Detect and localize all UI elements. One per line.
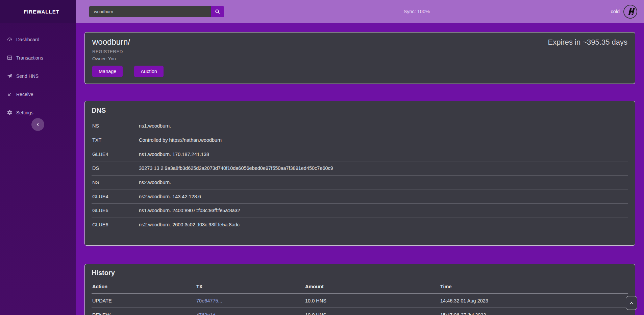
tx-link[interactable]: 70e64775... [196, 298, 222, 303]
gauge-icon [7, 37, 13, 42]
sidebar-item-label: Receive [16, 92, 33, 97]
dns-record-type: GLUE4 [92, 152, 139, 157]
table-icon [7, 55, 13, 61]
history-col-action: Action [92, 284, 196, 289]
dns-record-row: DS30273 13 2 9a3a8fb3d625d2a2073d740f10d… [92, 161, 628, 176]
chevron-up-icon [629, 301, 634, 306]
scroll-to-top-button[interactable] [626, 296, 637, 310]
history-row: UPDATE70e64775...10.0 HNS14:46:32 01 Aug… [92, 294, 628, 308]
dns-record-type: NS [92, 123, 139, 129]
dns-title: DNS [92, 107, 628, 114]
arrow-down-left-icon [7, 91, 13, 97]
main-content: woodburn/ REGISTERED Owner: You Manage A… [76, 23, 644, 315]
history-col-amount: Amount [305, 284, 440, 289]
history-tx: 70e64775... [196, 298, 305, 303]
dns-record-value: ns2.woodburn. 2600:3c02::f03c:93ff:fe5a:… [139, 222, 240, 227]
dns-record-value: Controlled by https://nathan.woodburn [139, 137, 222, 143]
manage-button[interactable]: Manage [92, 66, 123, 77]
tx-link[interactable]: 4763e1d... [196, 312, 220, 315]
history-card: History ActionTXAmountTime UPDATE70e6477… [84, 264, 635, 315]
name-actions: Manage Auction [92, 66, 627, 77]
dns-record-row: NSns2.woodburn. [92, 176, 628, 190]
sidebar-item-dashboard[interactable]: Dashboard [0, 32, 76, 47]
dns-record-type: GLUE4 [92, 194, 139, 199]
history-col-time: Time [440, 284, 628, 289]
dns-record-type: GLUE6 [92, 222, 139, 227]
wallet-account[interactable]: cold [611, 5, 637, 19]
name-card: woodburn/ REGISTERED Owner: You Manage A… [84, 32, 635, 84]
dns-record-row: GLUE4ns1.woodburn. 170.187.241.138 [92, 147, 628, 161]
domain-name-title: woodburn/ [92, 37, 627, 47]
history-col-tx: TX [196, 284, 305, 289]
expiry-label: Expires in ~395.35 days [548, 38, 627, 47]
history-tx: 4763e1d... [196, 312, 305, 315]
search-group [89, 6, 224, 17]
registration-status: REGISTERED [92, 49, 627, 54]
dns-record-type: DS [92, 165, 139, 171]
search-button[interactable] [211, 6, 224, 17]
brand: FIREWALLET [0, 0, 76, 23]
sidebar-item-receive[interactable]: Receive [0, 87, 76, 102]
dns-record-type: TXT [92, 137, 139, 143]
wallet-name-label: cold [611, 9, 620, 14]
history-amount: 10.0 HNS [305, 312, 440, 315]
dns-record-value: ns1.woodburn. 2400:8907::f03c:93ff:fe5a:… [139, 208, 240, 213]
paper-plane-icon [7, 73, 13, 79]
sidebar-item-label: Settings [16, 110, 33, 115]
handshake-avatar[interactable] [623, 5, 637, 19]
handshake-logo-icon [625, 6, 636, 17]
dns-record-row: NSns1.woodburn. [92, 119, 628, 133]
history-rows: UPDATE70e64775...10.0 HNS14:46:32 01 Aug… [92, 294, 628, 315]
dns-record-row: GLUE6ns1.woodburn. 2400:8907::f03c:93ff:… [92, 204, 628, 218]
chevron-left-icon [35, 122, 41, 127]
dns-table: NSns1.woodburn.TXTControlled by https://… [92, 119, 628, 232]
dns-record-value: 30273 13 2 9a3a8fb3d625d2a2073d740f10da6… [139, 165, 333, 171]
history-header-row: ActionTXAmountTime [92, 281, 628, 294]
sidebar-nav: DashboardTransactionsSend HNSReceiveSett… [0, 32, 76, 123]
gear-icon [7, 110, 13, 115]
dns-record-row: GLUE4ns2.woodburn. 143.42.128.6 [92, 189, 628, 204]
history-table: ActionTXAmountTime UPDATE70e64775...10.0… [92, 281, 628, 315]
dns-record-type: NS [92, 180, 139, 185]
sync-status: Sync: 100% [403, 9, 429, 14]
sidebar-item-label: Transactions [16, 55, 43, 61]
sidebar-item-transactions[interactable]: Transactions [0, 50, 76, 65]
auction-button[interactable]: Auction [134, 66, 163, 77]
topbar: Sync: 100% cold [76, 0, 644, 23]
dns-record-row: TXTControlled by https://nathan.woodburn [92, 133, 628, 148]
dns-card: DNS NSns1.woodburn.TXTControlled by http… [84, 101, 635, 246]
history-row: RENEW4763e1d...10.0 HNS15:47:06 27 Jul 2… [92, 308, 628, 315]
sidebar: FIREWALLET DashboardTransactionsSend HNS… [0, 0, 76, 315]
history-action: RENEW [92, 312, 196, 315]
sidebar-item-label: Dashboard [16, 37, 40, 42]
dns-record-row: GLUE6ns2.woodburn. 2600:3c02::f03c:93ff:… [92, 218, 628, 232]
search-input[interactable] [89, 6, 211, 17]
dns-record-type: GLUE6 [92, 208, 139, 213]
history-time: 14:46:32 01 Aug 2023 [440, 298, 628, 303]
search-icon [215, 9, 220, 15]
firewallet-logo-icon [5, 5, 20, 18]
sidebar-item-label: Send HNS [16, 73, 39, 79]
history-action: UPDATE [92, 298, 196, 303]
brand-name: FIREWALLET [24, 9, 59, 15]
dns-record-value: ns1.woodburn. 170.187.241.138 [139, 152, 209, 157]
history-amount: 10.0 HNS [305, 298, 440, 303]
dns-record-value: ns1.woodburn. [139, 123, 171, 129]
owner-label: Owner: You [92, 56, 627, 61]
sidebar-item-send-hns[interactable]: Send HNS [0, 68, 76, 84]
dns-record-value: ns2.woodburn. [139, 180, 171, 185]
history-time: 15:47:06 27 Jul 2023 [440, 312, 628, 315]
sidebar-collapse-button[interactable] [31, 118, 44, 131]
dns-record-value: ns2.woodburn. 143.42.128.6 [139, 194, 201, 199]
history-title: History [92, 269, 628, 277]
